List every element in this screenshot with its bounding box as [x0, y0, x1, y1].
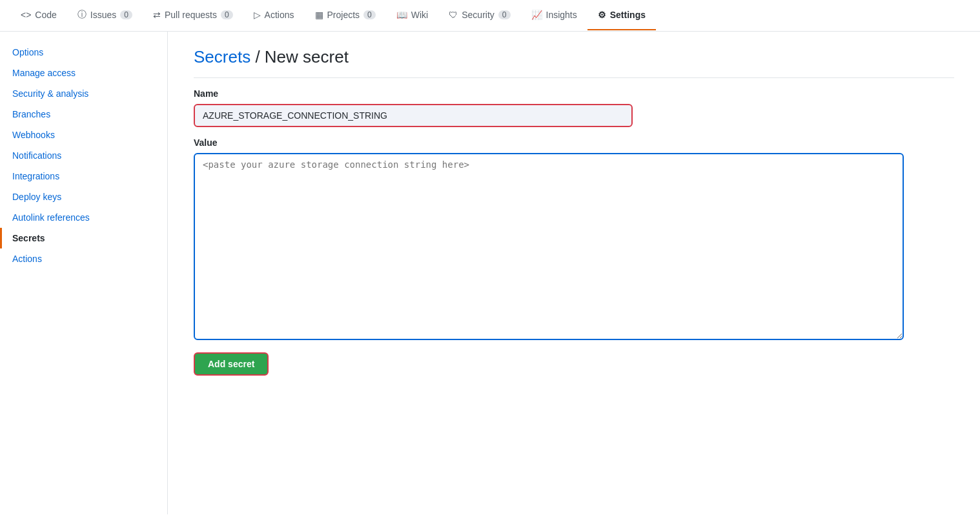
page-title: Secrets / New secret: [194, 47, 954, 78]
wiki-icon: 📖: [396, 10, 407, 20]
nav-insights[interactable]: 📈 Insights: [521, 1, 587, 30]
security-icon: 🛡: [449, 10, 458, 20]
nav-projects[interactable]: ▦ Projects 0: [305, 1, 386, 30]
sidebar-item-branches[interactable]: Branches: [0, 104, 167, 125]
settings-sidebar: Options Manage access Security & analysi…: [0, 32, 168, 514]
nav-actions-label: Actions: [265, 10, 294, 20]
name-input[interactable]: [194, 104, 633, 127]
title-rest: New secret: [265, 47, 349, 66]
value-textarea[interactable]: [194, 153, 904, 340]
nav-security[interactable]: 🛡 Security 0: [438, 1, 520, 30]
main-content: Secrets / New secret Name Value Add secr…: [168, 32, 980, 514]
secrets-breadcrumb-link[interactable]: Secrets: [194, 47, 250, 66]
page-layout: Options Manage access Security & analysi…: [0, 32, 980, 514]
value-form-group: Value: [194, 137, 954, 342]
insights-icon: 📈: [531, 10, 542, 20]
issues-badge: 0: [120, 10, 132, 19]
projects-badge: 0: [363, 10, 376, 19]
sidebar-item-notifications[interactable]: Notifications: [0, 145, 167, 166]
sidebar-item-secrets[interactable]: Secrets: [0, 228, 167, 248]
sidebar-item-actions[interactable]: Actions: [0, 248, 167, 269]
issues-icon: ⓘ: [77, 9, 87, 21]
projects-icon: ▦: [315, 10, 323, 20]
nav-security-label: Security: [462, 10, 495, 20]
sidebar-item-options[interactable]: Options: [0, 42, 167, 63]
nav-pr-label: Pull requests: [165, 10, 217, 20]
actions-icon: ▷: [254, 10, 261, 20]
nav-pull-requests[interactable]: ⇄ Pull requests 0: [143, 1, 243, 30]
title-separator: /: [250, 47, 265, 66]
name-label: Name: [194, 88, 954, 99]
top-navigation: <> Code ⓘ Issues 0 ⇄ Pull requests 0 ▷ A…: [0, 0, 980, 32]
nav-issues-label: Issues: [90, 10, 116, 20]
nav-actions[interactable]: ▷ Actions: [243, 1, 305, 30]
code-icon: <>: [21, 10, 31, 20]
nav-settings[interactable]: ⚙ Settings: [587, 1, 656, 30]
sidebar-item-manage-access[interactable]: Manage access: [0, 63, 167, 83]
nav-code-label: Code: [35, 10, 56, 20]
value-label: Value: [194, 137, 954, 148]
submit-group: Add secret: [194, 352, 954, 376]
nav-code[interactable]: <> Code: [10, 1, 67, 30]
pr-badge: 0: [221, 10, 233, 19]
pr-icon: ⇄: [153, 10, 161, 20]
value-input-wrapper: [194, 153, 954, 342]
nav-insights-label: Insights: [546, 10, 577, 20]
nav-issues[interactable]: ⓘ Issues 0: [67, 0, 143, 31]
sidebar-item-integrations[interactable]: Integrations: [0, 166, 167, 187]
nav-wiki[interactable]: 📖 Wiki: [386, 1, 438, 30]
sidebar-item-webhooks[interactable]: Webhooks: [0, 125, 167, 145]
nav-projects-label: Projects: [327, 10, 360, 20]
settings-icon: ⚙: [598, 10, 606, 20]
nav-settings-label: Settings: [610, 10, 646, 20]
add-secret-button[interactable]: Add secret: [194, 352, 269, 376]
security-badge: 0: [498, 10, 511, 19]
name-form-group: Name: [194, 88, 954, 127]
sidebar-item-security-analysis[interactable]: Security & analysis: [0, 83, 167, 104]
sidebar-item-autolink-references[interactable]: Autolink references: [0, 207, 167, 228]
nav-wiki-label: Wiki: [411, 10, 428, 20]
sidebar-item-deploy-keys[interactable]: Deploy keys: [0, 187, 167, 207]
